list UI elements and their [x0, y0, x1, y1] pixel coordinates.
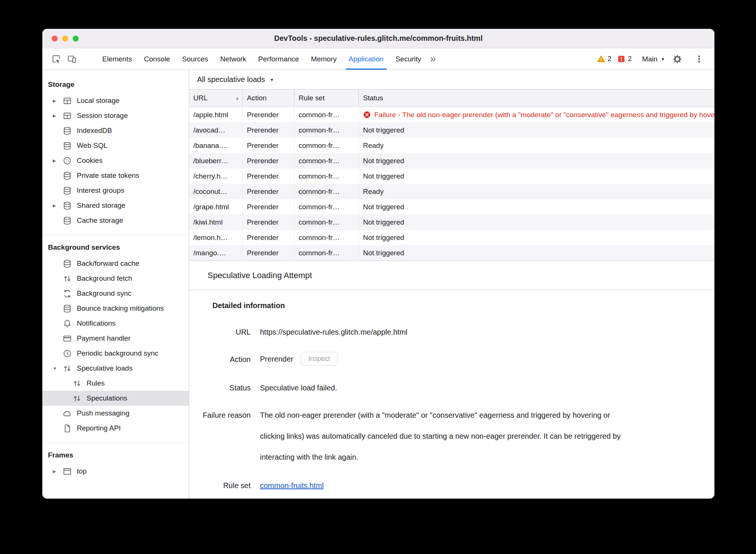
database-icon — [63, 201, 72, 210]
url-label: URL — [194, 327, 251, 337]
sidebar-item-speculative-loads[interactable]: ▼ Speculative loads — [42, 361, 189, 376]
devtools-window: DevTools - speculative-rules.glitch.me/c… — [42, 29, 714, 499]
table-row[interactable]: /mango.… Prerender common-fr… Not trigge… — [189, 245, 714, 261]
sidebar-item-payment-handler[interactable]: Payment handler — [42, 331, 189, 346]
transfer-arrows-icon — [63, 274, 72, 283]
action-cell: Prerender — [243, 184, 294, 199]
device-toolbar-icon[interactable] — [66, 53, 78, 66]
speculative-loads-filter-dropdown[interactable]: All speculative loads ▼ — [197, 75, 274, 84]
rule-set-link[interactable]: common-fruits.html — [260, 481, 324, 490]
failure-icon — [363, 111, 371, 119]
more-tabs-icon[interactable]: » — [430, 53, 436, 65]
tab-elements[interactable]: Elements — [96, 48, 138, 70]
cloud-icon — [63, 409, 72, 418]
table-row[interactable]: /cherry.h… Prerender common-fr… Not trig… — [189, 168, 714, 184]
sidebar-item-back-forward-cache[interactable]: Back/forward cache — [42, 256, 189, 271]
sidebar-item-push-messaging[interactable]: Push messaging — [42, 406, 189, 421]
sidebar-item-cookies[interactable]: ▶ Cookies — [42, 153, 189, 168]
sidebar-item-reporting-api[interactable]: Reporting API — [42, 421, 189, 436]
table-row[interactable]: /kiwi.html Prerender common-fr… Not trig… — [189, 214, 714, 230]
speculations-pane: All speculative loads ▼ URL ▲ Action Rul… — [189, 70, 714, 499]
expand-arrow-icon[interactable]: ▶ — [53, 98, 63, 103]
settings-gear-icon[interactable] — [671, 53, 684, 66]
table-row[interactable]: /avocad… Prerender common-fr… Not trigge… — [189, 122, 714, 138]
column-header-rule-set[interactable]: Rule set — [294, 89, 359, 107]
sidebar-item-session-storage[interactable]: ▶ Session storage — [42, 108, 189, 123]
detail-row-failure-reason: Failure reason The old non-eager prerend… — [189, 410, 714, 468]
column-header-status[interactable]: Status — [359, 89, 714, 107]
tab-memory[interactable]: Memory — [305, 48, 343, 70]
table-icon — [63, 96, 72, 106]
main-context-selector[interactable]: Main ▼ — [642, 55, 665, 63]
failure-status-text: Failure - The old non-eager prerender (w… — [374, 111, 714, 119]
rule-set-cell: common-fr… — [294, 230, 359, 245]
sidebar-item-background-sync[interactable]: Background sync — [42, 286, 189, 301]
failure-reason-value: The old non-eager prerender (with a "mod… — [260, 405, 635, 468]
sidebar-item-periodic-background-sync[interactable]: Periodic background sync — [42, 346, 189, 361]
expand-arrow-icon[interactable]: ▶ — [53, 113, 63, 118]
warnings-badge[interactable]: 2 — [597, 55, 611, 63]
detail-row-rule-set: Rule set common-fruits.html — [189, 480, 714, 491]
column-header-action[interactable]: Action — [243, 89, 294, 107]
tab-application[interactable]: Application — [343, 48, 390, 70]
document-icon — [63, 424, 72, 433]
action-cell: Prerender — [243, 199, 294, 214]
storage-section: Storage ▶ Local storage ▶ Session storag… — [42, 77, 189, 228]
table-row[interactable]: /banana.… Prerender common-fr… Ready — [189, 138, 714, 153]
payment-card-icon — [63, 334, 72, 343]
table-row[interactable]: /grape.html Prerender common-fr… Not tri… — [189, 199, 714, 214]
status-cell: Not triggered — [359, 122, 714, 138]
sidebar-item-cache-storage[interactable]: Cache storage — [42, 213, 189, 228]
expand-arrow-icon[interactable]: ▶ — [53, 158, 63, 163]
table-row[interactable]: /apple.html Prerender common-fr… Failure… — [189, 107, 714, 122]
section-title: Storage — [42, 77, 189, 93]
url-cell: /avocad… — [189, 122, 243, 138]
tab-performance[interactable]: Performance — [252, 48, 305, 70]
minimize-window-button[interactable] — [62, 36, 68, 42]
chevron-down-icon: ▼ — [661, 57, 665, 61]
table-row[interactable]: /lemon.h… Prerender common-fr… Not trigg… — [189, 230, 714, 245]
sidebar-item-speculations[interactable]: Speculations — [42, 391, 189, 406]
sidebar-item-interest-groups[interactable]: Interest groups — [42, 183, 189, 198]
sidebar-item-notifications[interactable]: Notifications — [42, 316, 189, 331]
collapse-arrow-icon[interactable]: ▼ — [53, 366, 63, 371]
close-window-button[interactable] — [52, 36, 58, 42]
tab-security[interactable]: Security — [390, 48, 427, 70]
column-header-url[interactable]: URL ▲ — [189, 89, 243, 107]
table-row[interactable]: /blueberr… Prerender common-fr… Not trig… — [189, 153, 714, 168]
more-options-icon[interactable]: ⋮ — [693, 53, 705, 66]
status-cell: Not triggered — [359, 230, 714, 245]
sidebar-item-local-storage[interactable]: ▶ Local storage — [42, 93, 189, 108]
database-icon — [63, 186, 72, 195]
table-row[interactable]: /coconut… Prerender common-fr… Ready — [189, 184, 714, 199]
sidebar-item-rules[interactable]: Rules — [42, 376, 189, 391]
toolbar-right-cluster: 2 2 Main ▼ ⋮ — [597, 53, 705, 66]
rule-set-cell: common-fr… — [294, 184, 359, 199]
sidebar-item-bounce-tracking-mitigations[interactable]: Bounce tracking mitigations — [42, 301, 189, 316]
zoom-window-button[interactable] — [73, 36, 79, 42]
sidebar-item-indexeddb[interactable]: IndexedDB — [42, 123, 189, 138]
detail-row-action: Action Prerender Inspect — [189, 354, 714, 366]
sidebar-item-shared-storage[interactable]: ▶ Shared storage — [42, 198, 189, 213]
sidebar-item-private-state-tokens[interactable]: Private state tokens — [42, 168, 189, 183]
tab-sources[interactable]: Sources — [176, 48, 214, 70]
rule-set-cell: common-fr… — [294, 199, 359, 214]
tab-network[interactable]: Network — [214, 48, 252, 70]
expand-arrow-icon[interactable]: ▶ — [53, 469, 63, 474]
rule-set-cell: common-fr… — [294, 214, 359, 230]
sidebar-item-frame-top[interactable]: ▶ top — [42, 464, 189, 479]
warning-icon — [597, 55, 605, 63]
sidebar-item-background-fetch[interactable]: Background fetch — [42, 271, 189, 286]
expand-arrow-icon[interactable]: ▶ — [53, 203, 63, 208]
rule-set-cell: common-fr… — [294, 245, 359, 261]
url-cell: /mango.… — [189, 245, 243, 261]
rule-set-label: Rule set — [194, 480, 251, 491]
cookie-icon — [63, 156, 72, 165]
sidebar-item-web-sql[interactable]: Web SQL — [42, 138, 189, 153]
action-cell: Prerender — [243, 245, 294, 261]
tab-console[interactable]: Console — [138, 48, 176, 70]
issues-badge[interactable]: 2 — [617, 55, 632, 63]
inspect-element-icon[interactable] — [50, 53, 63, 66]
inspect-button[interactable]: Inspect — [301, 352, 338, 366]
action-cell: Prerender — [243, 138, 294, 153]
